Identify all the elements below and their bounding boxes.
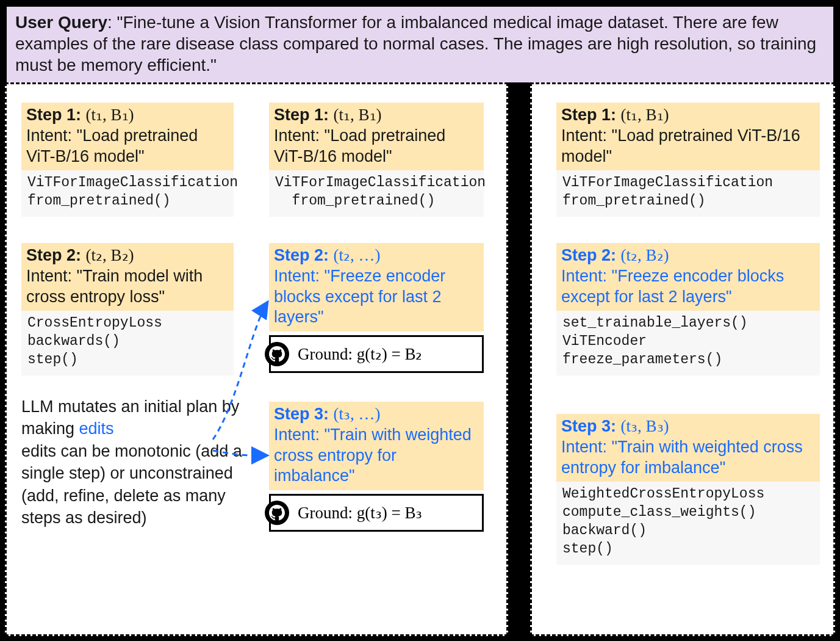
right-step2: Step 2: (t₂, B₂) Intent: "Freeze encoder…: [556, 243, 820, 375]
code-block: ViTForImageClassification from_pretraine…: [556, 170, 820, 217]
step-label: Step 2:: [561, 246, 616, 264]
svg-marker-0: [508, 174, 533, 205]
step-label: Step 3:: [561, 417, 616, 435]
colB-step1: Step 1: (t₁, B₁) Intent: "Load pretraine…: [269, 103, 484, 217]
colA-step2: Step 2: (t₂, B₂) Intent: "Train model wi…: [21, 243, 234, 375]
step-math: (t₃, B₃): [621, 417, 669, 435]
intent-prefix: Intent:: [274, 267, 325, 285]
right-panel: Step 1: (t₁, B₁) Intent: "Load pretraine…: [530, 82, 835, 636]
step-math: (t₁, B₁): [621, 106, 669, 124]
svg-marker-1: [508, 339, 533, 369]
intent-prefix: Intent:: [274, 426, 325, 444]
mutation-text: LLM mutates an initial plan by making ed…: [21, 396, 247, 529]
ground-box: Ground: g(t₃) = B₃: [269, 494, 484, 532]
right-step3: Step 3: (t₃, B₃) Intent: "Train with wei…: [556, 414, 820, 565]
github-icon: [265, 342, 289, 366]
ground-text: Ground: g(t₂) = B₂: [298, 344, 422, 364]
ground-box: Ground: g(t₂) = B₂: [269, 335, 484, 373]
user-query-box: User Query: "Fine-tune a Vision Transfor…: [5, 5, 835, 85]
step-head: Step 1: (t₁, B₁) Intent: "Load pretraine…: [269, 103, 484, 170]
github-icon: [265, 501, 289, 525]
step-label: Step 2:: [274, 246, 329, 264]
step-head: Step 1: (t₁, B₁) Intent: "Load pretraine…: [556, 103, 820, 170]
code-block: set_trainable_layers() ViTEncoder freeze…: [556, 311, 820, 375]
step-label: Step 1:: [26, 106, 81, 124]
step-math: (t₁, B₁): [334, 106, 382, 124]
user-query-label: User Query: [15, 13, 107, 32]
step-head: Step 2: (t₂, B₂) Intent: "Train model wi…: [21, 243, 234, 311]
step-math: (t₂, …): [334, 246, 381, 264]
intent-prefix: Intent:: [26, 126, 77, 145]
step-label: Step 2:: [26, 246, 81, 264]
intent-prefix: Intent:: [561, 126, 612, 145]
code-block: WeightedCrossEntropyLoss compute_class_w…: [556, 482, 820, 565]
colA-step1: Step 1: (t₁, B₁) Intent: "Load pretraine…: [21, 103, 234, 217]
intent-prefix: Intent:: [26, 267, 77, 285]
left-panel: Step 1: (t₁, B₁) Intent: "Load pretraine…: [5, 82, 508, 636]
svg-marker-2: [508, 510, 533, 540]
step-head: Step 3: (t₃, …) Intent: "Train with weig…: [269, 402, 484, 490]
step-label: Step 1:: [274, 106, 329, 124]
step-math: (t₁, B₁): [86, 106, 134, 124]
step-head: Step 1: (t₁, B₁) Intent: "Load pretraine…: [21, 103, 234, 170]
step-label: Step 3:: [274, 405, 329, 423]
colB-step2: Step 2: (t₂, …) Intent: "Freeze encoder …: [269, 243, 484, 373]
code-block: CrossEntropyLoss backwards() step(): [21, 311, 234, 375]
step-label: Step 1:: [561, 106, 616, 124]
diagram-shell: Step 1: (t₁, B₁) Intent: "Load pretraine…: [5, 82, 835, 636]
step-math: (t₂, B₂): [621, 246, 669, 264]
ground-text: Ground: g(t₃) = B₃: [298, 503, 422, 523]
right-step1: Step 1: (t₁, B₁) Intent: "Load pretraine…: [556, 103, 820, 217]
step-head: Step 3: (t₃, B₃) Intent: "Train with wei…: [556, 414, 820, 482]
step-math: (t₂, B₂): [86, 246, 134, 264]
intent-prefix: Intent:: [561, 438, 612, 456]
intent-prefix: Intent:: [274, 126, 325, 145]
code-block: ViTForImageClassification from_pretraine…: [269, 170, 484, 217]
intent-prefix: Intent:: [561, 267, 612, 285]
step-head: Step 2: (t₂, …) Intent: "Freeze encoder …: [269, 243, 484, 331]
colB-step3: Step 3: (t₃, …) Intent: "Train with weig…: [269, 402, 484, 532]
edits-word: edits: [79, 419, 114, 438]
code-block: ViTForImageClassification from_pretraine…: [21, 170, 234, 217]
step-math: (t₃, …): [334, 405, 381, 423]
user-query-text: "Fine-tune a Vision Transformer for a im…: [15, 13, 816, 74]
step-head: Step 2: (t₂, B₂) Intent: "Freeze encoder…: [556, 243, 820, 311]
